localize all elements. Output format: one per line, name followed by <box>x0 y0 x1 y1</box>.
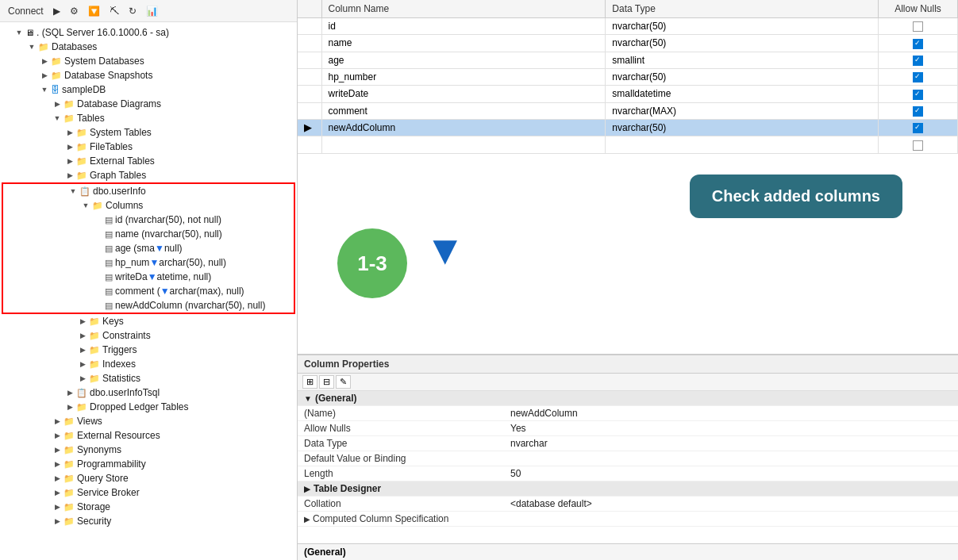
checkbox-checked[interactable] <box>913 56 923 66</box>
column-name-header: Column Name <box>321 0 606 18</box>
tree-system-tables[interactable]: ▶ 📁 System Tables <box>0 125 297 140</box>
tree-security[interactable]: ▶ 📁 Security <box>0 514 297 528</box>
toolbar-btn-1[interactable]: ▶ <box>50 4 63 18</box>
empty-datatype-cell[interactable] <box>606 136 879 154</box>
toolbar-btn-4[interactable]: ⛏ <box>106 4 122 18</box>
allow-nulls-row: Allow Nulls Yes <box>298 421 958 436</box>
col-nulls-cell[interactable] <box>879 52 958 68</box>
col-datatype-cell[interactable]: smalldatetime <box>606 86 879 102</box>
col-name-cell[interactable]: newAddColumn <box>321 119 606 136</box>
connect-button[interactable]: Connect <box>5 4 47 18</box>
tree-sampledb[interactable]: ▼ 🗄 sampleDB <box>0 82 297 97</box>
tree-constraints[interactable]: ▶ 📁 Constraints <box>0 328 297 343</box>
toolbar: Connect ▶ ⚙ 🔽 ⛏ ↻ 📊 <box>0 0 297 22</box>
length-label: Length <box>298 466 504 481</box>
col-name-cell[interactable]: id <box>321 18 606 35</box>
toolbar-btn-2[interactable]: ⚙ <box>67 4 82 18</box>
col-datatype-cell[interactable]: nvarchar(MAX) <box>606 102 879 119</box>
toolbar-btn-6[interactable]: 📊 <box>143 4 161 18</box>
col-datatype-cell[interactable]: nvarchar(50) <box>606 68 879 85</box>
tree-views[interactable]: ▶ 📁 Views <box>0 414 297 428</box>
tree-area[interactable]: ▼ 🖥 . (SQL Server 16.0.1000.6 - sa) ▼ 📁 … <box>0 22 297 560</box>
table-row[interactable]: hp_number nvarchar(50) <box>298 68 958 85</box>
col-name-cell[interactable]: writeDate <box>321 86 606 102</box>
table-row[interactable]: name nvarchar(50) <box>298 35 958 52</box>
tree-external-tables[interactable]: ▶ 📁 External Tables <box>0 154 297 168</box>
col-datatype-cell[interactable]: smallint <box>606 52 879 68</box>
tree-databases[interactable]: ▼ 📁 Databases <box>0 40 297 54</box>
props-toolbar-btn-2[interactable]: ⊟ <box>319 375 334 389</box>
tree-filetables[interactable]: ▶ 📁 FileTables <box>0 140 297 154</box>
col-name-cell[interactable]: age <box>321 52 606 68</box>
col-nulls-cell[interactable] <box>879 18 958 35</box>
tree-statistics[interactable]: ▶ 📁 Statistics <box>0 371 297 385</box>
table-row[interactable]: age smallint <box>298 52 958 68</box>
checkbox-checked[interactable] <box>913 123 923 133</box>
tree-col-newaddcolumn[interactable]: ▶ ▤ newAddColumn (nvarchar(50), null) <box>3 298 294 313</box>
tree-server[interactable]: ▼ 🖥 . (SQL Server 16.0.1000.6 - sa) <box>0 25 297 40</box>
tree-synonyms[interactable]: ▶ 📁 Synonyms <box>0 443 297 457</box>
check-added-columns-bubble: Check added columns <box>690 175 902 218</box>
col-name-cell[interactable]: hp_number <box>321 68 606 85</box>
tree-external-resources[interactable]: ▶ 📁 External Resources <box>0 428 297 443</box>
tree-keys[interactable]: ▶ 📁 Keys <box>0 314 297 328</box>
col-nulls-cell[interactable] <box>879 35 958 52</box>
tree-dbo-userinfotable[interactable]: ▶ 📋 dbo.userInfoTsql <box>0 385 297 400</box>
toolbar-btn-3[interactable]: 🔽 <box>85 4 103 18</box>
checkbox-empty[interactable] <box>913 140 923 151</box>
col-nulls-cell[interactable] <box>879 102 958 119</box>
empty-row[interactable] <box>298 136 958 154</box>
col-datatype-cell[interactable]: nvarchar(50) <box>606 35 879 52</box>
data-type-row: Data Type nvarchar <box>298 436 958 451</box>
empty-name-cell[interactable] <box>321 136 606 154</box>
tree-system-databases[interactable]: ▶ 📁 System Databases <box>0 54 297 68</box>
tree-storage[interactable]: ▶ 📁 Storage <box>0 500 297 514</box>
checkbox-checked[interactable] <box>913 90 923 100</box>
tree-service-broker[interactable]: ▶ 📁 Service Broker <box>0 485 297 500</box>
tree-col-name[interactable]: ▶ ▤ name (nvarchar(50), null) <box>3 227 294 241</box>
tree-db-diagrams[interactable]: ▶ 📁 Database Diagrams <box>0 97 297 111</box>
tree-col-hp-number[interactable]: ▶ ▤ hp_num▼archar(50), null) <box>3 255 294 270</box>
allow-nulls-value: Yes <box>504 421 958 436</box>
col-nulls-cell[interactable] <box>879 68 958 85</box>
props-toolbar-btn-3[interactable]: ✎ <box>336 375 351 389</box>
tree-indexes[interactable]: ▶ 📁 Indexes <box>0 357 297 371</box>
col-name-cell[interactable]: comment <box>321 102 606 119</box>
tree-dropped-ledger[interactable]: ▶ 📁 Dropped Ledger Tables <box>0 400 297 414</box>
tree-col-writedate[interactable]: ▶ ▤ writeDa▼atetime, null) <box>3 270 294 284</box>
table-row-selected[interactable]: ▶ newAddColumn nvarchar(50) <box>298 119 958 136</box>
props-toolbar-btn-1[interactable]: ⊞ <box>302 375 317 389</box>
col-name-cell[interactable]: name <box>321 35 606 52</box>
tree-col-comment[interactable]: ▶ ▤ comment (▼archar(max), null) <box>3 284 294 298</box>
tree-db-snapshots[interactable]: ▶ 📁 Database Snapshots <box>0 68 297 82</box>
table-row[interactable]: writeDate smalldatetime <box>298 86 958 102</box>
table-row[interactable]: comment nvarchar(MAX) <box>298 102 958 119</box>
tree-columns-folder[interactable]: ▼ 📁 Columns <box>3 198 294 213</box>
computed-col-row[interactable]: ▶Computed Column Specification <box>298 512 958 527</box>
col-nulls-cell[interactable] <box>879 119 958 136</box>
tree-col-age[interactable]: ▶ ▤ age (sma▼null) <box>3 241 294 255</box>
table-designer-section-row[interactable]: ▶Table Designer <box>298 481 958 497</box>
checkbox-checked[interactable] <box>913 39 923 49</box>
tree-query-store[interactable]: ▶ 📁 Query Store <box>0 471 297 485</box>
general-section-row[interactable]: ▼(General) <box>298 391 958 406</box>
checkbox-checked[interactable] <box>913 106 923 117</box>
tree-tables[interactable]: ▼ 📁 Tables <box>0 111 297 125</box>
table-row[interactable]: id nvarchar(50) <box>298 18 958 35</box>
checkbox-checked[interactable] <box>913 72 923 82</box>
col-datatype-cell[interactable]: nvarchar(50) <box>606 119 879 136</box>
col-nulls-cell[interactable] <box>879 86 958 102</box>
toolbar-btn-5[interactable]: ↻ <box>125 4 140 18</box>
tree-dbo-userinfo[interactable]: ▼ 📋 dbo.userInfo <box>3 184 294 198</box>
checkbox[interactable] <box>913 21 923 32</box>
tree-programmability[interactable]: ▶ 📁 Programmability <box>0 457 297 471</box>
default-value <box>504 451 958 466</box>
tree-graph-tables[interactable]: ▶ 📁 Graph Tables <box>0 168 297 182</box>
empty-nulls-cell[interactable] <box>879 136 958 154</box>
column-table: Column Name Data Type Allow Nulls id nva… <box>298 0 958 154</box>
tree-col-id[interactable]: ▶ ▤ id (nvarchar(50), not null) <box>3 213 294 227</box>
length-value: 50 <box>504 466 958 481</box>
tree-triggers[interactable]: ▶ 📁 Triggers <box>0 343 297 357</box>
statistics-label: Statistics <box>102 373 140 384</box>
col-datatype-cell[interactable]: nvarchar(50) <box>606 18 879 35</box>
